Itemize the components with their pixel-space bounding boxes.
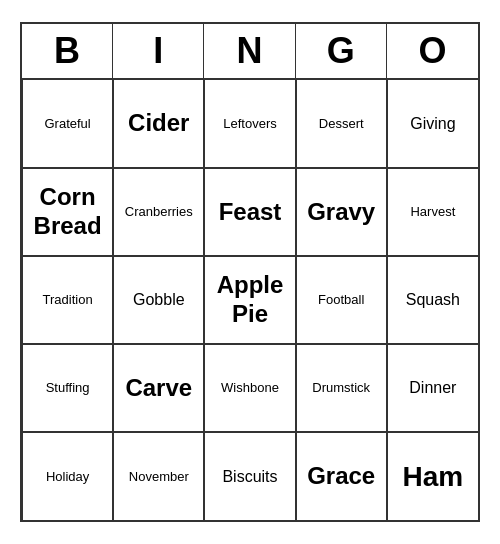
cell-r3-c2: Wishbone [204, 344, 295, 432]
cell-r1-c0: CornBread [22, 168, 113, 256]
cell-r4-c3: Grace [296, 432, 387, 520]
cell-r4-c2: Biscuits [204, 432, 295, 520]
cell-r3-c3: Drumstick [296, 344, 387, 432]
cell-text: CornBread [34, 183, 102, 241]
header-letter: G [296, 24, 387, 78]
cell-text: Gravy [307, 198, 375, 227]
cell-text: November [129, 469, 189, 485]
cell-r1-c1: Cranberries [113, 168, 204, 256]
cell-text: Giving [410, 114, 455, 133]
cell-text: Gobble [133, 290, 185, 309]
bingo-grid: GratefulCiderLeftoversDessertGivingCornB… [22, 80, 478, 520]
cell-text: Harvest [410, 204, 455, 220]
cell-r0-c4: Giving [387, 80, 478, 168]
cell-r3-c4: Dinner [387, 344, 478, 432]
cell-text: Cider [128, 109, 189, 138]
bingo-card: BINGO GratefulCiderLeftoversDessertGivin… [20, 22, 480, 522]
cell-r2-c0: Tradition [22, 256, 113, 344]
cell-text: Ham [403, 460, 464, 494]
cell-r0-c0: Grateful [22, 80, 113, 168]
cell-r3-c1: Carve [113, 344, 204, 432]
cell-r3-c0: Stuffing [22, 344, 113, 432]
cell-text: Grace [307, 462, 375, 491]
cell-r2-c3: Football [296, 256, 387, 344]
cell-text: Holiday [46, 469, 89, 485]
cell-r4-c0: Holiday [22, 432, 113, 520]
cell-text: Tradition [43, 292, 93, 308]
cell-text: Biscuits [222, 467, 277, 486]
cell-r4-c1: November [113, 432, 204, 520]
header-letter: I [113, 24, 204, 78]
cell-text: Stuffing [46, 380, 90, 396]
cell-r2-c4: Squash [387, 256, 478, 344]
cell-text: Grateful [44, 116, 90, 132]
cell-text: ApplePie [217, 271, 284, 329]
cell-text: Dessert [319, 116, 364, 132]
cell-text: Feast [219, 198, 282, 227]
cell-text: Cranberries [125, 204, 193, 220]
header-letter: B [22, 24, 113, 78]
cell-r1-c4: Harvest [387, 168, 478, 256]
cell-text: Football [318, 292, 364, 308]
cell-r1-c3: Gravy [296, 168, 387, 256]
header-letter: O [387, 24, 478, 78]
cell-r0-c2: Leftovers [204, 80, 295, 168]
cell-text: Wishbone [221, 380, 279, 396]
cell-text: Carve [125, 374, 192, 403]
cell-r1-c2: Feast [204, 168, 295, 256]
cell-r4-c4: Ham [387, 432, 478, 520]
cell-r0-c3: Dessert [296, 80, 387, 168]
bingo-header: BINGO [22, 24, 478, 80]
cell-text: Drumstick [312, 380, 370, 396]
header-letter: N [204, 24, 295, 78]
cell-r2-c2: ApplePie [204, 256, 295, 344]
cell-r2-c1: Gobble [113, 256, 204, 344]
cell-text: Dinner [409, 378, 456, 397]
cell-text: Leftovers [223, 116, 276, 132]
cell-text: Squash [406, 290, 460, 309]
cell-r0-c1: Cider [113, 80, 204, 168]
